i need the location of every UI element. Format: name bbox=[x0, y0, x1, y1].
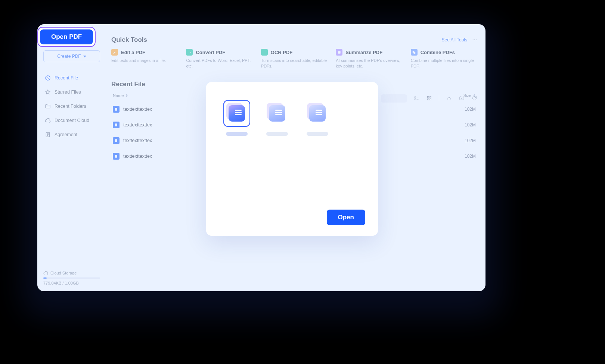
file-name: texttexttexttex bbox=[123, 138, 152, 143]
sidebar-item-label: Agreement bbox=[55, 132, 77, 137]
svg-rect-7 bbox=[427, 96, 429, 98]
sidebar-nav: Recent File Starred Files Recent Folders… bbox=[43, 72, 100, 141]
dialog-file-item[interactable] bbox=[304, 100, 331, 136]
upload-icon[interactable] bbox=[446, 95, 452, 101]
tool-title: Edit a PDF bbox=[121, 50, 145, 55]
storage-text: 779.04KB / 1.00GB bbox=[43, 281, 100, 285]
svg-rect-5 bbox=[415, 97, 416, 98]
document-icon bbox=[45, 132, 51, 138]
tool-cards: Edit a PDF Edit texts and images in a fi… bbox=[111, 49, 477, 69]
pdf-file-icon bbox=[113, 122, 120, 128]
file-size: 102M bbox=[465, 138, 476, 143]
folder-icon bbox=[45, 103, 51, 109]
svg-rect-6 bbox=[415, 98, 416, 100]
column-name[interactable]: Name ▲▼ bbox=[113, 93, 128, 98]
open-pdf-highlight: Open PDF bbox=[37, 27, 96, 47]
sidebar-footer: Cloud Storage 779.04KB / 1.00GB bbox=[43, 270, 100, 285]
file-size: 102M bbox=[465, 107, 476, 112]
recent-toolbar bbox=[413, 95, 477, 101]
cloud-icon bbox=[45, 117, 51, 123]
tool-edit-pdf[interactable]: Edit a PDF Edit texts and images in a fi… bbox=[111, 49, 178, 69]
quick-tools-title: Quick Tools bbox=[111, 36, 147, 44]
file-name: texttexttexttex bbox=[123, 122, 152, 128]
tool-desc: Combine multiple files into a single PDF… bbox=[411, 58, 477, 69]
open-file-dialog: Open bbox=[206, 82, 378, 236]
file-label-placeholder bbox=[307, 132, 328, 136]
cloud-storage-row[interactable]: Cloud Storage bbox=[43, 270, 100, 275]
tool-desc: Convert PDFs to Word, Excel, PPT, etc. bbox=[186, 58, 252, 69]
new-folder-icon[interactable] bbox=[459, 95, 465, 101]
create-pdf-label: Create PDF bbox=[57, 54, 81, 59]
edit-icon bbox=[111, 49, 118, 56]
document-icon bbox=[229, 105, 245, 122]
dialog-file-item[interactable] bbox=[264, 100, 291, 136]
svg-rect-4 bbox=[414, 52, 416, 54]
tool-summarize-pdf[interactable]: Summarize PDF AI summarizes the PDF's ov… bbox=[336, 49, 402, 69]
svg-rect-13 bbox=[115, 139, 117, 142]
file-size: 102M bbox=[465, 122, 476, 128]
dialog-footer: Open bbox=[223, 210, 365, 225]
file-thumb bbox=[264, 100, 291, 127]
see-all-tools-link[interactable]: See All Tools bbox=[441, 37, 467, 43]
recent-search-input[interactable] bbox=[381, 94, 407, 103]
convert-icon bbox=[186, 49, 193, 56]
sidebar-item-document-cloud[interactable]: Document Cloud bbox=[43, 114, 100, 126]
file-name: texttexttexttex bbox=[123, 107, 152, 112]
svg-rect-11 bbox=[115, 108, 117, 111]
storage-bar bbox=[43, 277, 100, 279]
dialog-file-list bbox=[223, 100, 365, 136]
file-thumb bbox=[304, 100, 331, 127]
chevron-down-icon bbox=[83, 56, 86, 57]
sidebar-item-recent-file[interactable]: Recent File bbox=[43, 72, 100, 84]
tool-ocr-pdf[interactable]: OCR PDF Turn scans into searchable, edit… bbox=[261, 49, 328, 69]
cloud-icon bbox=[43, 270, 48, 275]
sidebar-item-recent-folders[interactable]: Recent Folders bbox=[43, 100, 100, 112]
sidebar-item-agreement[interactable]: Agreement bbox=[43, 129, 100, 141]
list-view-icon[interactable] bbox=[413, 95, 419, 101]
tool-desc: AI summarizes the PDF's overview, key po… bbox=[336, 58, 402, 69]
tool-desc: Edit texts and images in a file. bbox=[111, 58, 178, 63]
open-pdf-label: Open PDF bbox=[51, 33, 82, 40]
svg-rect-8 bbox=[429, 96, 431, 98]
sidebar-item-label: Recent Folders bbox=[55, 104, 86, 109]
svg-rect-12 bbox=[115, 123, 117, 126]
pdf-file-icon bbox=[113, 106, 120, 113]
tool-combine-pdfs[interactable]: Combine PDFs Combine multiple files into… bbox=[411, 49, 477, 69]
open-button-label: Open bbox=[338, 214, 354, 221]
combine-icon bbox=[411, 49, 418, 56]
file-size: 102M bbox=[465, 154, 476, 159]
separator bbox=[439, 95, 439, 101]
sidebar: Create PDF Recent File Starred Files bbox=[37, 24, 106, 291]
file-thumb bbox=[223, 100, 250, 127]
tool-title: Convert PDF bbox=[196, 50, 225, 55]
file-label-placeholder bbox=[226, 132, 248, 136]
svg-rect-14 bbox=[115, 155, 117, 158]
more-icon[interactable]: ··· bbox=[472, 37, 477, 43]
tool-title: Summarize PDF bbox=[345, 50, 382, 55]
svg-rect-10 bbox=[429, 98, 431, 100]
dialog-file-item[interactable] bbox=[223, 100, 250, 136]
file-name: texttexttexttex bbox=[123, 154, 152, 159]
tool-title: OCR PDF bbox=[271, 50, 293, 55]
summarize-icon bbox=[336, 49, 342, 56]
refresh-icon[interactable] bbox=[471, 95, 477, 101]
grid-view-icon[interactable] bbox=[426, 95, 432, 101]
tool-title: Combine PDFs bbox=[421, 50, 455, 55]
svg-rect-9 bbox=[427, 98, 429, 100]
cloud-storage-label: Cloud Storage bbox=[50, 271, 77, 275]
document-icon bbox=[309, 105, 326, 122]
document-icon bbox=[269, 105, 285, 122]
star-icon bbox=[45, 89, 51, 95]
tool-convert-pdf[interactable]: Convert PDF Convert PDFs to Word, Excel,… bbox=[186, 49, 252, 69]
sidebar-item-label: Starred Files bbox=[55, 90, 81, 95]
sidebar-item-starred[interactable]: Starred Files bbox=[43, 86, 100, 98]
svg-rect-2 bbox=[338, 51, 340, 53]
ocr-icon bbox=[261, 49, 268, 56]
pdf-file-icon bbox=[113, 153, 120, 160]
sort-icon: ▲▼ bbox=[125, 94, 128, 97]
create-pdf-button[interactable]: Create PDF bbox=[43, 50, 100, 62]
clock-icon bbox=[45, 75, 51, 81]
pdf-file-icon bbox=[113, 137, 120, 144]
open-pdf-button[interactable]: Open PDF bbox=[40, 29, 93, 44]
open-button[interactable]: Open bbox=[327, 210, 365, 225]
